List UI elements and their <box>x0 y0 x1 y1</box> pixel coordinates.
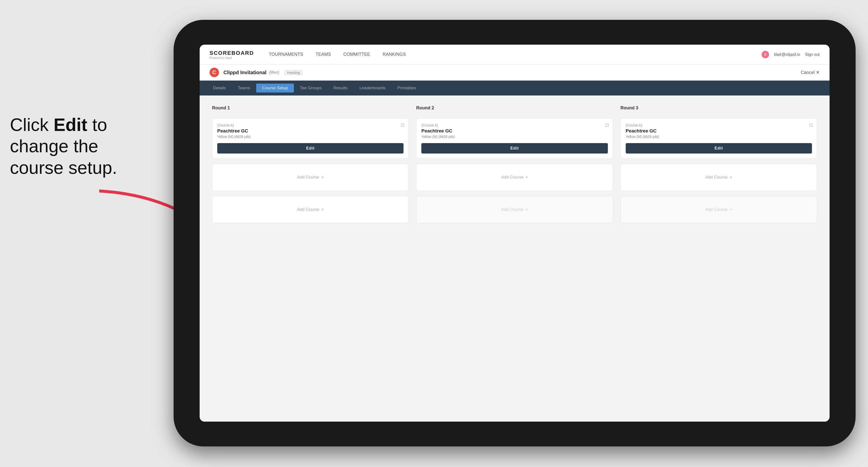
tournament-logo-icon: C <box>210 68 219 77</box>
round-3-course-name: Peachtree GC <box>626 128 812 134</box>
round-1-add-course-1-plus-icon: + <box>321 175 324 180</box>
logo-scoreboard: SCOREBOARD <box>210 50 254 56</box>
round-2-column: Round 2 ⊡ (Course A) Peachtree GC Yellow… <box>416 105 613 223</box>
round-3-add-course-2-plus-icon: + <box>730 207 732 212</box>
tablet-screen: SCOREBOARD Powered by clippd TOURNAMENTS… <box>199 44 830 422</box>
tournament-gender: (Men) <box>269 70 279 75</box>
round-2-add-course-2-plus-icon: + <box>526 207 528 212</box>
tab-tee-groups[interactable]: Tee Groups <box>294 84 328 93</box>
sign-out-link[interactable]: Sign out <box>805 52 819 57</box>
tab-leaderboards[interactable]: Leaderboards <box>354 84 392 93</box>
main-content: Round 1 ⊡ (Course A) Peachtree GC Yellow… <box>199 95 830 422</box>
nav-committee[interactable]: COMMITTEE <box>343 52 370 57</box>
tournament-bar: C Clippd Invitational (Men) Hosting Canc… <box>199 64 830 81</box>
round-1-course-label: (Course A) <box>217 123 403 127</box>
instruction-prefix: Click <box>10 115 54 135</box>
round-2-add-course-1-plus-icon: + <box>526 175 528 180</box>
round-1-edit-button[interactable]: Edit <box>217 143 403 154</box>
round-1-column: Round 1 ⊡ (Course A) Peachtree GC Yellow… <box>212 105 409 223</box>
tab-printables[interactable]: Printables <box>392 84 422 93</box>
rounds-container: Round 1 ⊡ (Course A) Peachtree GC Yellow… <box>212 105 817 223</box>
instruction-text: Click Edit tochange thecourse setup. <box>0 104 144 188</box>
nav-rankings[interactable]: RANKINGS <box>383 52 406 57</box>
round-2-edit-button[interactable]: Edit <box>421 143 608 154</box>
round-3-course-label: (Course A) <box>626 123 812 127</box>
tab-details[interactable]: Details <box>207 84 232 93</box>
user-avatar: B <box>762 51 769 58</box>
round-3-add-course-2: Add Course + <box>620 196 817 223</box>
round-3-trash-icon[interactable]: ⊡ <box>809 122 813 128</box>
round-1-course-name: Peachtree GC <box>217 128 403 134</box>
round-3-edit-button[interactable]: Edit <box>626 143 812 154</box>
top-nav: SCOREBOARD Powered by clippd TOURNAMENTS… <box>199 44 830 64</box>
nav-right: B blair@clippd.io Sign out <box>762 51 819 58</box>
round-3-add-course-1[interactable]: Add Course + <box>620 164 817 191</box>
round-3-course-card: ⊡ (Course A) Peachtree GC Yellow (M) (66… <box>620 118 817 159</box>
tab-course-setup[interactable]: Course Setup <box>256 84 294 93</box>
round-1-title: Round 1 <box>212 105 409 111</box>
nav-teams[interactable]: TEAMS <box>316 52 331 57</box>
round-3-add-course-1-plus-icon: + <box>730 175 732 180</box>
round-1-trash-icon[interactable]: ⊡ <box>401 122 405 128</box>
round-2-add-course-2: Add Course + <box>416 196 613 223</box>
round-1-add-course-1[interactable]: Add Course + <box>212 164 409 191</box>
tournament-hosting-badge: Hosting <box>284 70 303 75</box>
cancel-button[interactable]: Cancel ✕ <box>801 70 819 75</box>
round-1-add-course-2-plus-icon: + <box>321 207 324 212</box>
nav-tournaments[interactable]: TOURNAMENTS <box>269 52 303 57</box>
round-2-course-label: (Course A) <box>421 123 608 127</box>
round-2-title: Round 2 <box>416 105 613 111</box>
logo-powered: Powered by clippd <box>210 56 254 59</box>
nav-links: TOURNAMENTS TEAMS COMMITTEE RANKINGS <box>269 52 762 57</box>
user-email: blair@clippd.io <box>774 52 800 57</box>
round-1-course-card: ⊡ (Course A) Peachtree GC Yellow (M) (66… <box>212 118 409 159</box>
tournament-name: Clippd Invitational <box>223 70 266 75</box>
round-3-column: Round 3 ⊡ (Course A) Peachtree GC Yellow… <box>620 105 817 223</box>
tab-results[interactable]: Results <box>328 84 354 93</box>
round-2-course-details: Yellow (M) (6629 yds) <box>421 135 608 138</box>
tab-bar: Details Teams Course Setup Tee Groups Re… <box>199 81 830 95</box>
round-3-title: Round 3 <box>620 105 817 111</box>
instruction-bold: Edit <box>54 115 87 135</box>
round-3-course-details: Yellow (M) (6629 yds) <box>626 135 812 138</box>
round-2-course-name: Peachtree GC <box>421 128 608 134</box>
round-1-add-course-2[interactable]: Add Course + <box>212 196 409 223</box>
round-1-course-details: Yellow (M) (6629 yds) <box>217 135 403 138</box>
round-2-course-card: ⊡ (Course A) Peachtree GC Yellow (M) (66… <box>416 118 613 159</box>
logo-area: SCOREBOARD Powered by clippd <box>210 50 254 59</box>
tab-teams[interactable]: Teams <box>232 84 256 93</box>
round-2-trash-icon[interactable]: ⊡ <box>605 122 609 128</box>
tablet-device: SCOREBOARD Powered by clippd TOURNAMENTS… <box>174 20 856 446</box>
round-2-add-course-1[interactable]: Add Course + <box>416 164 613 191</box>
